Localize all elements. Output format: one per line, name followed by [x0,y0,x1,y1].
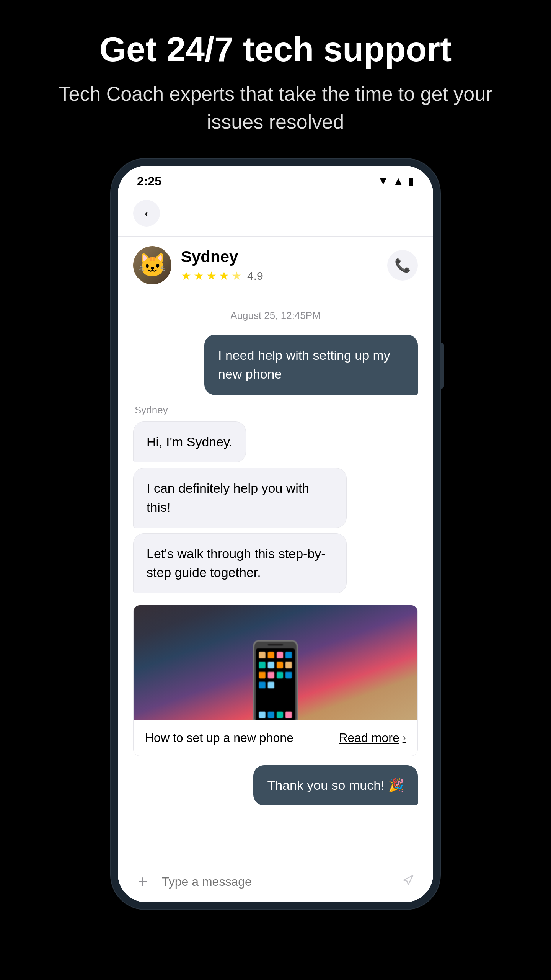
agent-stars: ★ ★ ★ ★ ★ 4.9 [181,269,387,283]
agent-bubble-3: Let's walk through this step-by-step gui… [133,533,347,593]
phone-frame: 2:25 ▼ ▲ ▮ ‹ Sydney ★ ★ ★ [111,159,440,909]
agent-name: Sydney [181,248,387,266]
back-icon: ‹ [145,207,148,220]
phone-icon: 📞 [395,258,411,273]
agent-bubble-2: I can definitely help you with this! [133,468,347,528]
input-area: + [118,861,433,902]
article-card[interactable]: 📱 How to set up a new phone Read more › [133,605,418,756]
article-card-title: How to set up a new phone [145,731,293,745]
main-title: Get 24/7 tech support [46,31,505,69]
read-more-link[interactable]: Read more › [339,731,406,745]
user-message-container: I need help with setting up my new phone [133,335,418,395]
header-section: Get 24/7 tech support Tech Coach experts… [0,0,551,159]
status-icons: ▼ ▲ ▮ [378,175,414,188]
cat-avatar-image [133,246,171,284]
call-button[interactable]: 📞 [387,250,418,281]
agent-bubble-1: Hi, I'm Sydney. [133,421,246,462]
phone-hand-illustration: 📱 [228,644,323,720]
agent-chat-label: Sydney [135,404,168,416]
read-more-label: Read more [339,731,399,745]
sub-title: Tech Coach experts that take the time to… [46,80,505,136]
message-input[interactable] [162,871,389,893]
phone-screen: 2:25 ▼ ▲ ▮ ‹ Sydney ★ ★ ★ [118,166,433,902]
add-attachment-button[interactable]: + [131,872,154,891]
star-1: ★ [181,269,191,283]
wifi-icon: ▼ [378,175,389,187]
chevron-right-icon: › [403,732,406,744]
status-time: 2:25 [137,174,161,188]
send-icon [401,873,415,887]
rating-number: 4.9 [247,270,263,283]
back-button[interactable]: ‹ [133,200,160,227]
status-bar: 2:25 ▼ ▲ ▮ [118,166,433,192]
agent-message-group: Sydney Hi, I'm Sydney. I can definitely … [133,404,418,593]
article-card-footer: How to set up a new phone Read more › [134,720,417,756]
agent-info: Sydney ★ ★ ★ ★ ★ 4.9 [181,248,387,283]
user-thanks-bubble: Thank you so much! 🎉 [253,765,418,805]
user-message-bubble: I need help with setting up my new phone [204,335,418,395]
star-4: ★ [219,269,229,283]
agent-bar: Sydney ★ ★ ★ ★ ★ 4.9 📞 [118,237,433,294]
star-2: ★ [194,269,204,283]
article-card-image: 📱 [134,605,417,720]
star-3: ★ [206,269,217,283]
chat-area: August 25, 12:45PM I need help with sett… [118,294,433,861]
avatar [133,246,171,284]
star-half: ★ [231,269,242,283]
user-thanks-container: Thank you so much! 🎉 [133,765,418,805]
send-button[interactable] [397,873,420,890]
battery-icon: ▮ [408,175,414,188]
signal-icon: ▲ [393,175,404,187]
nav-bar: ‹ [118,192,433,237]
chat-timestamp: August 25, 12:45PM [133,310,418,322]
card-image-inner: 📱 [134,605,417,720]
